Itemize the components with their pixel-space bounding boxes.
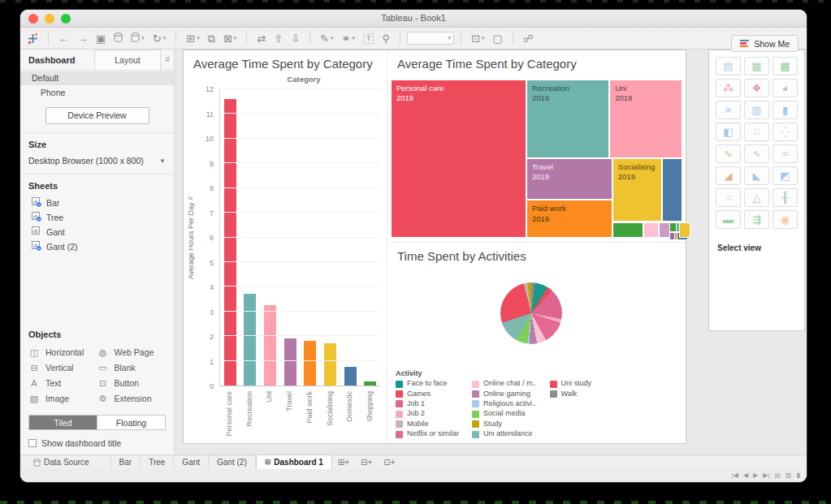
show-tabs-button[interactable]: ▮	[797, 472, 800, 479]
pane-toggle-icon[interactable]: ⇵	[161, 56, 174, 63]
legend-item-mobile[interactable]: Mobile	[396, 420, 459, 429]
legend-item-religious-activi[interactable]: Religious activi..	[472, 400, 537, 408]
legend-item-uni-study[interactable]: Uni study	[550, 380, 592, 388]
object-text[interactable]: AText	[28, 378, 97, 388]
showme-heat-map[interactable]: ▩	[773, 57, 798, 75]
device-preview-button[interactable]: Device Preview	[45, 107, 149, 124]
showme-filled-map[interactable]: ❖	[744, 79, 769, 97]
tab-data-source[interactable]: Data Source	[25, 455, 111, 469]
floating-toggle[interactable]: Floating	[97, 416, 165, 429]
new-story-tab-button[interactable]: ⊡+	[378, 455, 400, 469]
showme-gantt[interactable]: ▬	[716, 210, 741, 229]
device-item-phone[interactable]: Phone	[20, 86, 174, 100]
clear-sheet-button[interactable]: ⊠▾	[220, 30, 240, 46]
showme-area-continuous[interactable]: ◢	[716, 166, 741, 185]
object-button[interactable]: ⊡Button	[97, 378, 167, 388]
object-image[interactable]: ▧Image	[28, 394, 97, 403]
object-web-page[interactable]: ◍Web Page	[97, 347, 167, 357]
tab-sheet-gant[interactable]: Gant	[174, 455, 209, 469]
showme-lines-discrete[interactable]: ∿	[744, 144, 769, 163]
next-sheet-button[interactable]: ▶	[753, 472, 758, 479]
tab-sheet-bar[interactable]: Bar	[111, 455, 141, 469]
treemap-block-socialising[interactable]: Socialising2019	[612, 158, 662, 222]
showme-horizontal-bars[interactable]: ≡	[716, 101, 741, 119]
tab-layout[interactable]: Layout	[94, 50, 161, 70]
back-button[interactable]: ←	[55, 30, 72, 46]
treemap-block-block-mauve[interactable]	[659, 222, 670, 239]
device-item-default[interactable]: Default	[20, 71, 174, 85]
tab-sheet-tree[interactable]: Tree	[141, 455, 174, 469]
tab-sheet-gant-2[interactable]: Gant (2)	[209, 455, 256, 469]
object-extension[interactable]: ⚙Extension	[97, 394, 167, 403]
group-members-button[interactable]: ⚭▾	[339, 30, 358, 46]
treemap-block-paid-work[interactable]: Paid work2019	[526, 200, 612, 238]
zoom-window-button[interactable]	[61, 14, 71, 24]
duplicate-button[interactable]: ⧉	[205, 30, 219, 46]
new-data-source-button[interactable]	[110, 30, 126, 46]
showme-treemap[interactable]: ◧	[716, 123, 741, 141]
showme-lines-continuous[interactable]: ∿	[716, 144, 741, 163]
showme-side-by-side-bars[interactable]: ▮	[773, 101, 798, 119]
showme-histogram[interactable]: △	[744, 188, 769, 207]
bar-paid-work[interactable]	[304, 341, 316, 386]
bar-recreation[interactable]	[244, 294, 256, 386]
object-vertical-container[interactable]: ⊟Vertical	[28, 363, 97, 373]
fit-selector[interactable]: ▾	[407, 32, 454, 45]
bar-personal-care[interactable]	[224, 99, 236, 386]
legend-item-job-2[interactable]: Job 2	[396, 410, 459, 418]
object-horizontal-container[interactable]: ◫Horizontal	[28, 347, 97, 357]
close-window-button[interactable]	[28, 14, 38, 24]
forward-button[interactable]: →	[74, 30, 91, 46]
last-sheet-button[interactable]: ▶|	[763, 472, 769, 479]
sort-icon[interactable]: ⇵	[188, 196, 193, 200]
legend-item-uni-attendance[interactable]: Uni attendance	[472, 430, 537, 438]
first-sheet-button[interactable]: |◀	[732, 472, 738, 479]
save-button[interactable]: ▣	[93, 30, 109, 46]
treemap-block-travel[interactable]: Travel2019	[526, 158, 612, 200]
sheet-item-gant[interactable]: Gant	[20, 225, 174, 239]
treemap-block-personal-care[interactable]: Personal care2019	[391, 80, 526, 238]
treemap-block-domestic[interactable]	[662, 158, 682, 222]
showme-side-by-side-circles[interactable]: ⁛	[773, 123, 798, 141]
legend-item-walk[interactable]: Walk	[550, 390, 592, 398]
show-dashboard-title-checkbox[interactable]	[28, 439, 37, 447]
sheet-item-bar[interactable]: Bar	[20, 196, 174, 210]
showme-packed-bubbles[interactable]: ◉	[773, 210, 798, 229]
showme-stacked-bars[interactable]: ▥	[744, 101, 769, 119]
tiled-toggle[interactable]: Tiled	[29, 416, 97, 429]
bar-travel[interactable]	[284, 338, 296, 386]
sheet-item-tree[interactable]: Tree	[20, 210, 174, 225]
show-labels-button[interactable]: ⊡▾	[468, 30, 487, 46]
swap-rows-columns-button[interactable]: ⇄	[253, 30, 269, 46]
showme-box-and-whisker[interactable]: ╂	[773, 188, 798, 207]
previous-sheet-button[interactable]: ◀	[743, 472, 748, 479]
sheet-sorter-button[interactable]: ▤	[774, 472, 781, 479]
legend-item-online-chat-m[interactable]: Online chat / m..	[472, 380, 537, 388]
size-dropdown[interactable]: Desktop Browser (1000 x 800) ▼	[20, 153, 174, 174]
legend-item-job-1[interactable]: Job 1	[396, 400, 459, 408]
showme-dual-lines[interactable]: ≈	[773, 144, 798, 163]
bar-socialising[interactable]	[324, 343, 336, 386]
share-button[interactable]: ☍	[520, 30, 537, 46]
showme-highlight-table[interactable]: ▦	[744, 57, 769, 75]
treemap-block-recreation[interactable]: Recreation2019	[526, 80, 609, 158]
showme-area-discrete[interactable]: ◣	[744, 166, 769, 185]
legend-item-games[interactable]: Games	[396, 390, 459, 398]
treemap-block-shopping[interactable]	[612, 222, 643, 239]
minimize-window-button[interactable]	[45, 14, 54, 24]
showme-dual-combination[interactable]: ◩	[773, 166, 798, 185]
show-mark-labels-button[interactable]: T	[360, 30, 378, 46]
showme-pie-chart[interactable]: ◕	[773, 79, 798, 97]
treemap-block-block-pink[interactable]	[643, 222, 660, 239]
new-worksheet-tab-button[interactable]: ⊞+	[332, 455, 355, 469]
treemap-block-block-yellow-sliver[interactable]	[679, 222, 690, 239]
object-blank[interactable]: ▭Blank	[97, 363, 167, 373]
legend-item-netflix-or-similar[interactable]: Netflix or similar	[396, 430, 459, 438]
new-worksheet-button[interactable]: ⊞▾	[183, 30, 202, 46]
presentation-mode-button[interactable]: ▢	[489, 30, 505, 46]
bar-uni[interactable]	[264, 305, 276, 386]
bar-shopping[interactable]	[364, 381, 376, 386]
filmstrip-button[interactable]: ▥	[786, 472, 792, 479]
showme-scatter-plot[interactable]: ⁖	[716, 188, 741, 207]
treemap-block-uni[interactable]: Uni2019	[609, 80, 682, 158]
